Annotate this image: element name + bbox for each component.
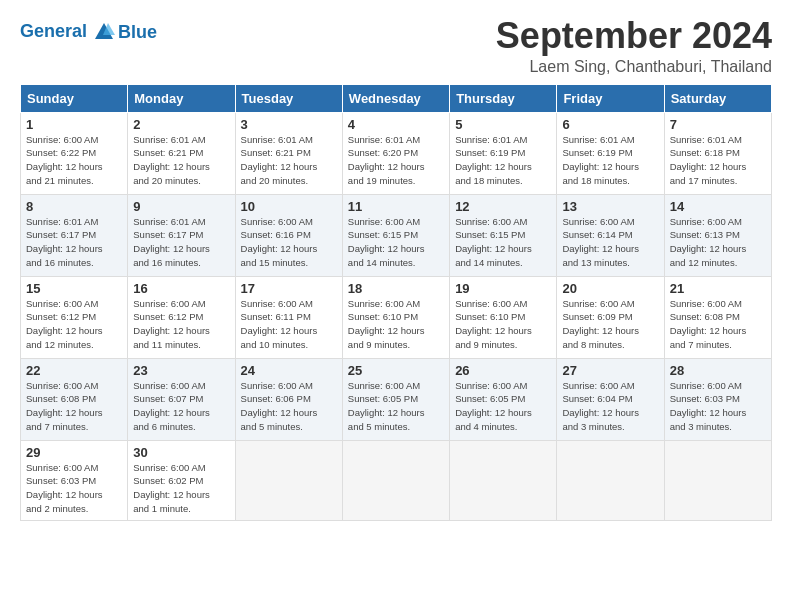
col-sunday: Sunday <box>21 84 128 112</box>
calendar-header-row: Sunday Monday Tuesday Wednesday Thursday… <box>21 84 772 112</box>
table-row: 25Sunrise: 6:00 AM Sunset: 6:05 PM Dayli… <box>342 358 449 440</box>
table-row: 18Sunrise: 6:00 AM Sunset: 6:10 PM Dayli… <box>342 276 449 358</box>
day-info: Sunrise: 6:00 AM Sunset: 6:11 PM Dayligh… <box>241 297 337 352</box>
day-number: 25 <box>348 363 444 378</box>
day-number: 5 <box>455 117 551 132</box>
day-number: 14 <box>670 199 766 214</box>
col-friday: Friday <box>557 84 664 112</box>
logo-general: General <box>20 20 87 40</box>
table-row: 20Sunrise: 6:00 AM Sunset: 6:09 PM Dayli… <box>557 276 664 358</box>
day-info: Sunrise: 6:00 AM Sunset: 6:08 PM Dayligh… <box>26 379 122 434</box>
day-info: Sunrise: 6:00 AM Sunset: 6:10 PM Dayligh… <box>455 297 551 352</box>
col-tuesday: Tuesday <box>235 84 342 112</box>
logo-icon <box>93 21 115 43</box>
table-row: 16Sunrise: 6:00 AM Sunset: 6:12 PM Dayli… <box>128 276 235 358</box>
col-wednesday: Wednesday <box>342 84 449 112</box>
logo-text: General <box>20 21 116 43</box>
day-number: 27 <box>562 363 658 378</box>
day-info: Sunrise: 6:00 AM Sunset: 6:02 PM Dayligh… <box>133 461 229 516</box>
day-number: 30 <box>133 445 229 460</box>
day-info: Sunrise: 6:00 AM Sunset: 6:22 PM Dayligh… <box>26 133 122 188</box>
day-info: Sunrise: 6:01 AM Sunset: 6:17 PM Dayligh… <box>26 215 122 270</box>
table-row: 22Sunrise: 6:00 AM Sunset: 6:08 PM Dayli… <box>21 358 128 440</box>
day-info: Sunrise: 6:01 AM Sunset: 6:17 PM Dayligh… <box>133 215 229 270</box>
day-info: Sunrise: 6:01 AM Sunset: 6:21 PM Dayligh… <box>241 133 337 188</box>
day-info: Sunrise: 6:00 AM Sunset: 6:16 PM Dayligh… <box>241 215 337 270</box>
month-title: September 2024 <box>496 16 772 56</box>
table-row: 26Sunrise: 6:00 AM Sunset: 6:05 PM Dayli… <box>450 358 557 440</box>
day-info: Sunrise: 6:00 AM Sunset: 6:10 PM Dayligh… <box>348 297 444 352</box>
col-thursday: Thursday <box>450 84 557 112</box>
day-number: 15 <box>26 281 122 296</box>
calendar-table: Sunday Monday Tuesday Wednesday Thursday… <box>20 84 772 521</box>
table-row: 10Sunrise: 6:00 AM Sunset: 6:16 PM Dayli… <box>235 194 342 276</box>
day-info: Sunrise: 6:01 AM Sunset: 6:19 PM Dayligh… <box>562 133 658 188</box>
day-info: Sunrise: 6:00 AM Sunset: 6:08 PM Dayligh… <box>670 297 766 352</box>
table-row: 6Sunrise: 6:01 AM Sunset: 6:19 PM Daylig… <box>557 112 664 194</box>
day-number: 4 <box>348 117 444 132</box>
day-info: Sunrise: 6:00 AM Sunset: 6:06 PM Dayligh… <box>241 379 337 434</box>
day-number: 21 <box>670 281 766 296</box>
table-row <box>235 440 342 520</box>
table-row: 7Sunrise: 6:01 AM Sunset: 6:18 PM Daylig… <box>664 112 771 194</box>
day-number: 13 <box>562 199 658 214</box>
table-row: 21Sunrise: 6:00 AM Sunset: 6:08 PM Dayli… <box>664 276 771 358</box>
day-number: 7 <box>670 117 766 132</box>
day-info: Sunrise: 6:00 AM Sunset: 6:05 PM Dayligh… <box>348 379 444 434</box>
day-info: Sunrise: 6:00 AM Sunset: 6:09 PM Dayligh… <box>562 297 658 352</box>
day-number: 26 <box>455 363 551 378</box>
table-row <box>557 440 664 520</box>
table-row: 24Sunrise: 6:00 AM Sunset: 6:06 PM Dayli… <box>235 358 342 440</box>
day-number: 6 <box>562 117 658 132</box>
day-number: 12 <box>455 199 551 214</box>
table-row: 1Sunrise: 6:00 AM Sunset: 6:22 PM Daylig… <box>21 112 128 194</box>
table-row: 11Sunrise: 6:00 AM Sunset: 6:15 PM Dayli… <box>342 194 449 276</box>
table-row: 14Sunrise: 6:00 AM Sunset: 6:13 PM Dayli… <box>664 194 771 276</box>
col-saturday: Saturday <box>664 84 771 112</box>
col-monday: Monday <box>128 84 235 112</box>
day-info: Sunrise: 6:01 AM Sunset: 6:20 PM Dayligh… <box>348 133 444 188</box>
table-row: 19Sunrise: 6:00 AM Sunset: 6:10 PM Dayli… <box>450 276 557 358</box>
table-row: 29Sunrise: 6:00 AM Sunset: 6:03 PM Dayli… <box>21 440 128 520</box>
day-info: Sunrise: 6:01 AM Sunset: 6:21 PM Dayligh… <box>133 133 229 188</box>
table-row: 13Sunrise: 6:00 AM Sunset: 6:14 PM Dayli… <box>557 194 664 276</box>
day-info: Sunrise: 6:00 AM Sunset: 6:03 PM Dayligh… <box>670 379 766 434</box>
day-info: Sunrise: 6:00 AM Sunset: 6:12 PM Dayligh… <box>133 297 229 352</box>
day-number: 2 <box>133 117 229 132</box>
day-number: 20 <box>562 281 658 296</box>
day-number: 9 <box>133 199 229 214</box>
day-number: 23 <box>133 363 229 378</box>
day-info: Sunrise: 6:00 AM Sunset: 6:13 PM Dayligh… <box>670 215 766 270</box>
day-info: Sunrise: 6:00 AM Sunset: 6:07 PM Dayligh… <box>133 379 229 434</box>
table-row <box>664 440 771 520</box>
day-number: 22 <box>26 363 122 378</box>
table-row: 27Sunrise: 6:00 AM Sunset: 6:04 PM Dayli… <box>557 358 664 440</box>
title-block: September 2024 Laem Sing, Chanthaburi, T… <box>496 16 772 76</box>
logo: General Blue <box>20 20 157 43</box>
day-info: Sunrise: 6:01 AM Sunset: 6:18 PM Dayligh… <box>670 133 766 188</box>
table-row: 8Sunrise: 6:01 AM Sunset: 6:17 PM Daylig… <box>21 194 128 276</box>
table-row: 9Sunrise: 6:01 AM Sunset: 6:17 PM Daylig… <box>128 194 235 276</box>
location-title: Laem Sing, Chanthaburi, Thailand <box>496 58 772 76</box>
table-row: 12Sunrise: 6:00 AM Sunset: 6:15 PM Dayli… <box>450 194 557 276</box>
day-number: 18 <box>348 281 444 296</box>
day-number: 11 <box>348 199 444 214</box>
header: General Blue September 2024 Laem Sing, C… <box>20 16 772 76</box>
table-row: 5Sunrise: 6:01 AM Sunset: 6:19 PM Daylig… <box>450 112 557 194</box>
day-number: 19 <box>455 281 551 296</box>
day-number: 1 <box>26 117 122 132</box>
table-row <box>342 440 449 520</box>
day-info: Sunrise: 6:00 AM Sunset: 6:14 PM Dayligh… <box>562 215 658 270</box>
day-info: Sunrise: 6:00 AM Sunset: 6:15 PM Dayligh… <box>348 215 444 270</box>
table-row: 3Sunrise: 6:01 AM Sunset: 6:21 PM Daylig… <box>235 112 342 194</box>
day-info: Sunrise: 6:00 AM Sunset: 6:15 PM Dayligh… <box>455 215 551 270</box>
day-number: 17 <box>241 281 337 296</box>
logo-blue: Blue <box>118 22 157 43</box>
table-row <box>450 440 557 520</box>
day-info: Sunrise: 6:00 AM Sunset: 6:03 PM Dayligh… <box>26 461 122 516</box>
day-number: 3 <box>241 117 337 132</box>
main-container: General Blue September 2024 Laem Sing, C… <box>0 0 792 531</box>
day-number: 28 <box>670 363 766 378</box>
table-row: 23Sunrise: 6:00 AM Sunset: 6:07 PM Dayli… <box>128 358 235 440</box>
table-row: 15Sunrise: 6:00 AM Sunset: 6:12 PM Dayli… <box>21 276 128 358</box>
